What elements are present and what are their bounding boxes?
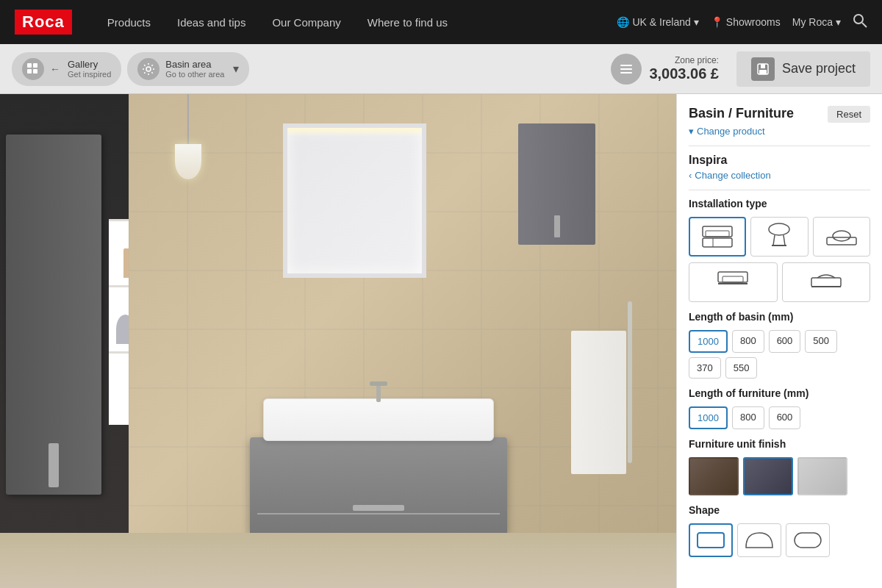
shape-option-2[interactable] [737,523,781,557]
svg-rect-28 [795,533,821,548]
basin [263,398,494,441]
svg-rect-7 [620,65,632,66]
semi-recessed-icon [810,270,842,294]
undermount-icon [717,270,749,294]
mirror-cabinet [518,123,595,245]
pedestal-icon [766,222,792,251]
mirror [283,123,426,278]
install-type-undermount[interactable] [689,262,778,302]
search-button[interactable] [853,13,867,32]
basin-size-800[interactable]: 800 [732,330,764,353]
grid-icon [22,58,44,80]
nav-where-find[interactable]: Where to find us [354,0,461,44]
shape-options [689,523,870,557]
furniture-size-800[interactable]: 800 [732,406,764,429]
svg-rect-14 [703,226,732,237]
pin-icon: 📍 [711,16,723,28]
svg-rect-9 [620,72,632,74]
towel-rail [628,301,632,463]
save-project-label: Save project [782,61,856,76]
navbar: Roca Products Ideas and tips Our Company… [0,0,882,44]
furniture-length-title: Length of furniture (mm) [689,387,870,399]
svg-rect-27 [698,533,724,548]
install-type-pedestal[interactable] [750,217,808,257]
my-roca-label: My Roca [792,16,833,28]
shape-option-3[interactable] [786,523,830,557]
shape-title: Shape [689,504,870,516]
floor [0,533,676,588]
bathroom-image [0,94,676,588]
finish-dark-grey[interactable] [743,457,793,495]
basin-area-text: Basin area Go to other area [165,59,224,79]
basin-length-options: 1000 800 600 500 370 550 [689,330,870,379]
region-label: UK & Ireland [632,16,690,28]
nav-links: Products Ideas and tips Our Company Wher… [94,0,617,44]
chevron-left-icon: ‹ [689,170,692,181]
basin-size-600[interactable]: 600 [769,330,801,353]
basin-size-1000[interactable]: 1000 [689,330,728,353]
gallery-btn-text: Gallery Get inspired [68,59,111,79]
area-chevron-icon: ▾ [233,62,239,76]
svg-rect-4 [27,69,32,74]
showrooms-label: Showrooms [726,16,781,28]
search-icon [853,13,867,28]
svg-line-1 [862,23,867,27]
finish-title: Furniture unit finish [689,438,870,450]
change-product-link[interactable]: ▾ Change product [689,126,870,137]
basin-length-title: Length of basin (mm) [689,311,870,323]
install-type-semi-recessed[interactable] [782,262,871,302]
change-collection-link[interactable]: ‹ Change collection [689,170,870,181]
install-type-title: Installation type [689,198,870,209]
finish-options [689,457,870,495]
arrow-left-icon: ← [50,63,60,75]
showrooms-link[interactable]: 📍 Showrooms [711,16,781,28]
install-type-countertop[interactable] [813,217,870,257]
vanity-unit [250,437,507,533]
install-type-grid-row1 [689,217,870,257]
vanity-install-icon [701,223,734,250]
nav-products[interactable]: Products [94,0,164,44]
price-area: Zone price: 3,003.06 £ [611,54,719,85]
list-icon[interactable] [611,54,642,85]
shape-option-1[interactable] [689,523,733,557]
save-project-button[interactable]: Save project [736,51,870,87]
shape-icon-3 [793,530,822,551]
furniture-length-options: 1000 800 600 [689,406,870,429]
svg-rect-25 [811,278,841,287]
shape-icon-1 [696,530,725,551]
bathroom-viewer[interactable] [0,94,676,588]
tall-cabinet [6,135,101,495]
divider-2 [689,190,870,190]
furniture-size-1000[interactable]: 1000 [689,406,728,429]
gallery-button[interactable]: ← Gallery Get inspired [12,52,121,86]
panel-title: Basin / Furniture [689,106,794,121]
towel [571,331,626,474]
reset-button[interactable]: Reset [828,106,870,123]
finish-light-grey[interactable] [797,457,847,495]
chevron-down-icon: ▾ [694,16,699,28]
install-type-vanity[interactable] [689,217,746,257]
nav-company[interactable]: Our Company [259,0,354,44]
install-type-grid-row2 [689,262,870,302]
basin-size-370[interactable]: 370 [689,357,721,379]
logo: Roca [15,10,72,35]
basin-size-500[interactable]: 500 [805,330,837,353]
toolbar: ← Gallery Get inspired Basin area Go to … [0,44,882,94]
pendant-cord [187,94,189,149]
svg-rect-2 [27,63,32,68]
region-selector[interactable]: 🌐 UK & Ireland ▾ [617,16,698,28]
nav-ideas-tips[interactable]: Ideas and tips [164,0,259,44]
basin-size-550[interactable]: 550 [725,357,758,379]
collection-name: Inspira [689,154,870,167]
furniture-size-600[interactable]: 600 [769,406,801,429]
svg-rect-8 [620,68,632,70]
finish-dark-wood[interactable] [689,457,739,495]
right-panel: Basin / Furniture Reset ▾ Change product… [676,94,882,588]
my-roca-menu[interactable]: My Roca ▾ [792,16,841,28]
svg-rect-5 [33,69,37,74]
svg-rect-11 [761,64,765,68]
svg-point-18 [769,223,789,235]
navbar-right: 🌐 UK & Ireland ▾ 📍 Showrooms My Roca ▾ [617,13,867,32]
basin-area-button[interactable]: Basin area Go to other area ▾ [127,52,249,86]
svg-rect-3 [33,63,37,68]
